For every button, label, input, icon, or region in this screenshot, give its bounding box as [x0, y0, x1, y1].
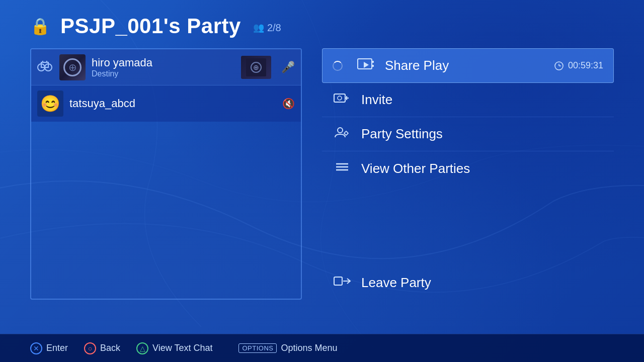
lock-icon: 🔒	[30, 17, 50, 36]
party-settings-label: Party Settings	[361, 126, 604, 142]
menu-item-invite[interactable]: Invite	[322, 83, 614, 117]
bottom-bar: ✕ Enter ○ Back △ View Text Chat OPTIONS …	[0, 334, 644, 362]
cross-button-icon: ✕	[30, 342, 42, 354]
svg-marker-9	[364, 62, 369, 68]
options-menu-button[interactable]: OPTIONS Options Menu	[238, 343, 337, 353]
member-avatar	[59, 54, 86, 80]
share-play-label: Share Play	[385, 58, 545, 73]
view-parties-icon	[332, 160, 352, 177]
triangle-button-icon: △	[136, 342, 148, 354]
ps-controller-icon	[37, 60, 53, 74]
view-text-chat-button[interactable]: △ View Text Chat	[136, 342, 212, 354]
svg-rect-28	[334, 277, 342, 285]
options-menu-label: Options Menu	[281, 343, 337, 353]
menu-item-view-other-parties[interactable]: View Other Parties	[322, 151, 614, 186]
invite-icon	[332, 91, 352, 109]
member-avatar: 😊	[37, 90, 63, 117]
member-name: tatsuya_abcd	[69, 97, 272, 110]
member-game: Destiny	[92, 69, 235, 78]
options-button-icon: OPTIONS	[238, 343, 277, 353]
party-settings-icon	[332, 125, 352, 143]
loading-spinner	[333, 61, 343, 71]
menu-item-share-play[interactable]: Share Play 00:59:31	[322, 48, 614, 83]
share-play-timer: 00:59:31	[554, 60, 603, 71]
svg-rect-15	[334, 94, 345, 102]
member-list: hiro yamada Destiny ⊕ 🎤 😊	[30, 48, 302, 300]
enter-label: Enter	[46, 343, 68, 353]
member-name: hiro yamada	[92, 56, 235, 69]
menu-item-leave-party[interactable]: Leave Party	[322, 266, 614, 300]
game-thumbnail: ⊕	[241, 56, 271, 79]
mute-icon: 🔇	[282, 98, 295, 110]
svg-point-19	[338, 128, 343, 133]
svg-text:⊕: ⊕	[253, 63, 259, 71]
menu-item-party-settings[interactable]: Party Settings	[322, 117, 614, 151]
party-title: PSJP_001's Party	[60, 14, 241, 38]
svg-point-20	[345, 132, 348, 135]
view-text-chat-label: View Text Chat	[152, 343, 212, 353]
menu-panel: Share Play 00:59:31	[322, 48, 614, 300]
svg-rect-10	[372, 61, 374, 63]
member-count-icon: 👥	[253, 22, 264, 33]
svg-point-16	[338, 96, 342, 100]
view-other-parties-label: View Other Parties	[361, 161, 604, 176]
leave-party-label: Leave Party	[361, 275, 604, 291]
enter-button[interactable]: ✕ Enter	[30, 342, 68, 354]
share-play-icon	[356, 57, 376, 74]
back-button[interactable]: ○ Back	[84, 342, 120, 354]
microphone-icon: 🎤	[281, 61, 295, 74]
member-item[interactable]: 😊 tatsuya_abcd 🔇	[31, 85, 301, 122]
circle-button-icon: ○	[84, 342, 96, 354]
back-label: Back	[100, 343, 120, 353]
member-item[interactable]: hiro yamada Destiny ⊕ 🎤	[31, 49, 301, 85]
invite-label: Invite	[361, 92, 604, 108]
leave-party-icon	[332, 274, 352, 292]
svg-rect-11	[372, 65, 374, 67]
member-count: 2/8	[267, 22, 281, 34]
